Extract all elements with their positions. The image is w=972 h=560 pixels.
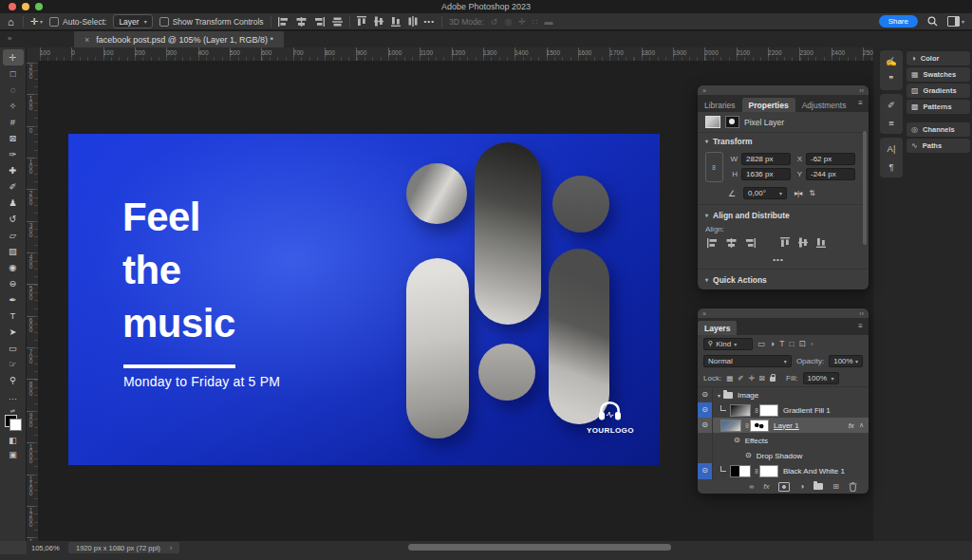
align-h-center-icon[interactable] (296, 17, 307, 27)
share-button[interactable]: Share (879, 15, 918, 28)
layer-name[interactable]: Layer 1 (774, 421, 799, 430)
effect-label[interactable]: Drop Shadow (757, 452, 802, 460)
align-top-icon[interactable] (357, 16, 366, 27)
align-bottom-icon[interactable] (816, 237, 826, 248)
lock-artboard-icon[interactable]: ⊠ (759, 374, 765, 383)
align-right-icon[interactable] (745, 238, 756, 248)
tab-properties[interactable]: Properties (742, 98, 795, 112)
layer-row-drop-shadow[interactable]: ⊙ Drop Shadow (698, 448, 869, 463)
flip-vertical-icon[interactable]: ⇅ (809, 189, 814, 197)
panel-scrollbar[interactable] (863, 131, 867, 245)
search-icon[interactable] (927, 16, 938, 27)
marquee-tool[interactable]: □ (3, 65, 24, 82)
flip-horizontal-icon[interactable]: ▸|◂ (794, 189, 801, 197)
lasso-tool[interactable]: ◌ (3, 82, 24, 98)
eyedropper-tool[interactable]: ✑ (3, 146, 24, 162)
toolbar-collapse-icon[interactable]: » (8, 34, 11, 43)
align-left-icon[interactable] (707, 238, 718, 248)
layer-name[interactable]: Black And White 1 (783, 467, 845, 476)
align-right-icon[interactable] (314, 17, 325, 27)
y-field[interactable]: -244 px (806, 168, 855, 180)
add-layer-style-icon[interactable]: fx (763, 483, 769, 491)
link-dimensions-icon[interactable]: ∞ (705, 152, 723, 182)
align-v-center-icon[interactable] (798, 237, 808, 248)
healing-brush-tool[interactable]: ✚ (3, 162, 24, 178)
screen-mode-icon[interactable]: ▣ (9, 450, 17, 459)
zoom-tool[interactable]: ⚲ (3, 372, 24, 388)
visibility-toggle[interactable]: ⊙ (698, 402, 713, 418)
lock-transparency-icon[interactable]: ▦ (726, 374, 733, 383)
collapse-panel-icon[interactable]: ‹‹ (859, 310, 864, 317)
panel-button-patterns[interactable]: ▩Patterns (907, 100, 970, 114)
align-h-center-icon[interactable] (726, 238, 737, 248)
layer-filter-dropdown[interactable]: ⚲ Kind ▾ (703, 338, 753, 350)
layer-name[interactable]: Gradient Fill 1 (783, 406, 831, 415)
horizontal-scrollbar[interactable] (408, 544, 671, 551)
gradient-thumbnail[interactable] (730, 404, 751, 417)
blur-tool[interactable]: ◉ (3, 259, 24, 275)
background-color-swatch[interactable] (9, 419, 22, 431)
quick-actions-header[interactable]: ▾ Quick Actions (698, 271, 869, 288)
filter-smart-object-icon[interactable]: ⊡ (799, 339, 806, 348)
crop-tool[interactable]: # (3, 114, 24, 130)
canvas-artwork[interactable]: Feel the music Monday to Friday at 5 PM (68, 134, 660, 465)
blend-mode-dropdown[interactable]: Normal ▾ (703, 355, 792, 367)
align-v-center-icon[interactable] (374, 16, 383, 27)
eye-icon[interactable]: ⊙ (734, 437, 740, 444)
panel-button-swatches[interactable]: ▦Swatches (907, 67, 970, 82)
layer-row-gradient-fill[interactable]: ⊙ ∞ Gradient Fill 1 (698, 402, 869, 418)
auto-select-target-dropdown[interactable]: Layer ▾ (113, 14, 152, 28)
chevron-down-icon[interactable]: ▾ (718, 392, 720, 399)
panel-button-gradients[interactable]: ▨Gradients (907, 84, 970, 98)
history-brush-tool[interactable]: ↺ (3, 211, 24, 227)
gradient-tool[interactable]: ▨ (3, 243, 24, 259)
adjustment-thumbnail[interactable] (730, 465, 751, 477)
tab-libraries[interactable]: Libraries (698, 98, 742, 112)
paragraph-panel-icon[interactable]: ¶ (880, 158, 903, 176)
pen-tool[interactable]: ✒ (3, 291, 24, 308)
close-panel-icon[interactable]: × (702, 310, 706, 317)
history-panel-icon[interactable]: ✍ (880, 52, 903, 70)
layer-row-image-group[interactable]: ⊙ ▾ Image (698, 387, 869, 402)
height-field[interactable]: 1636 px (741, 168, 791, 180)
close-tab-icon[interactable]: × (84, 35, 89, 45)
collapse-panel-icon[interactable]: ‹‹ (859, 87, 864, 94)
more-tools[interactable]: … (3, 388, 24, 404)
brush-settings-panel-icon[interactable]: ✐ (880, 96, 903, 114)
filter-pixel-icon[interactable]: ▭ (757, 339, 765, 348)
visibility-toggle[interactable]: ⊙ (698, 463, 713, 478)
tab-adjustments[interactable]: Adjustments (795, 98, 853, 112)
frame-tool[interactable]: ⊠ (3, 130, 24, 146)
add-adjustment-icon[interactable]: ◑ (799, 483, 804, 491)
swap-colors-icon[interactable]: ⇄ (10, 407, 15, 414)
distribute-h-center-icon[interactable] (408, 16, 418, 27)
lock-all-icon[interactable] (770, 377, 776, 382)
eye-icon[interactable]: ⊙ (745, 452, 752, 459)
align-bottom-icon[interactable] (391, 16, 401, 27)
move-tool-preset[interactable]: ✛▾ (30, 16, 43, 27)
panel-menu-icon[interactable]: ≡ (858, 322, 863, 330)
document-info[interactable]: 1920 px x 1080 px (72 ppi) › (68, 542, 179, 553)
new-group-icon[interactable] (813, 483, 823, 490)
document-tab[interactable]: × facebook post.psd @ 105% (Layer 1, RGB… (74, 31, 284, 47)
tab-layers[interactable]: Layers (698, 321, 737, 335)
layer-name[interactable]: Image (738, 391, 758, 400)
x-field[interactable]: -62 px (806, 153, 855, 165)
home-icon[interactable]: ⌂ (8, 16, 14, 28)
type-tool[interactable]: T (3, 308, 24, 324)
visibility-toggle[interactable]: ⊙ (698, 418, 713, 433)
add-layer-mask-icon[interactable] (778, 482, 790, 492)
layer-row-black-and-white[interactable]: ⊙ ∞ Black And White 1 (698, 463, 869, 478)
panel-button-channels[interactable]: ◎Channels (907, 122, 970, 137)
hand-tool[interactable]: ☞ (3, 356, 24, 372)
visibility-toggle[interactable]: ⊙ (698, 387, 713, 402)
eraser-tool[interactable]: ▱ (3, 227, 24, 243)
panel-menu-icon[interactable]: ≡ (858, 99, 863, 107)
fill-dropdown[interactable]: 100% ▾ (803, 372, 839, 384)
layer-mask-thumbnail[interactable] (759, 465, 778, 477)
character-panel-icon[interactable]: A| (880, 140, 903, 158)
width-field[interactable]: 2828 px (741, 153, 791, 165)
quick-mask-icon[interactable]: ◧ (9, 436, 17, 445)
filter-shape-icon[interactable]: □ (789, 339, 794, 348)
filter-toggle-icon[interactable]: ◦ (811, 339, 813, 348)
